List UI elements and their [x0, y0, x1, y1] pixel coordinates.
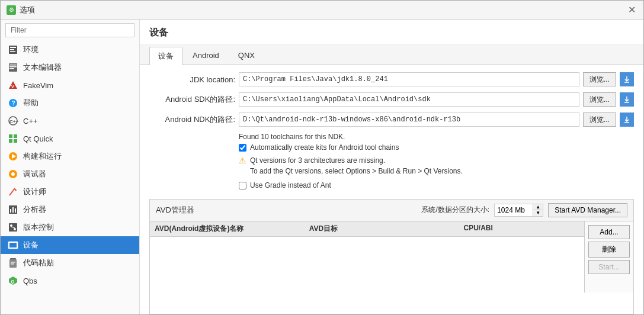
title-left: ⚙ 选项 — [7, 5, 35, 15]
sidebar-label-debugger: 调试器 — [23, 169, 46, 179]
warning-text: Qt versions for 3 architectures are miss… — [250, 155, 463, 176]
sidebar-item-text-editor[interactable]: 文本编辑器 — [1, 59, 139, 76]
sidebar-label-code-paste: 代码粘贴 — [23, 258, 54, 268]
filter-input[interactable] — [5, 23, 134, 37]
spinbox-up-button[interactable]: ▲ — [533, 204, 543, 211]
avd-delete-button[interactable]: 删除 — [588, 242, 630, 258]
sidebar-item-code-paste[interactable]: 代码粘贴 — [1, 254, 139, 272]
svg-rect-6 — [9, 66, 17, 68]
svg-point-29 — [10, 224, 12, 227]
avd-table-outer: AVD(Android虚拟设备)名称 AVD目标 CPU/ABI Add... … — [150, 221, 633, 292]
svg-rect-36 — [11, 262, 15, 263]
sdk-input[interactable] — [239, 92, 579, 107]
col-header-cpu: CPU/ABI — [463, 224, 579, 234]
sidebar-label-text-editor: 文本编辑器 — [23, 62, 62, 73]
sdk-download-button[interactable] — [620, 92, 634, 107]
qbs-icon: Q — [8, 275, 18, 286]
sidebar-item-devices[interactable]: 设备 — [1, 236, 139, 254]
version-control-icon — [8, 222, 18, 233]
svg-rect-5 — [9, 65, 17, 66]
sdk-browse-button[interactable]: 浏览... — [583, 92, 616, 107]
app-icon: ⚙ — [7, 5, 16, 15]
sidebar-item-environment[interactable]: 环境 — [1, 41, 139, 59]
partition-spinbox: ▲ ▼ — [494, 204, 543, 217]
sidebar-item-fakevim[interactable]: V FakeVim — [1, 76, 139, 94]
avd-toolbar: AVD管理器 系统/数据分区的大小: ▲ ▼ Start AVD Manager… — [150, 200, 633, 221]
gradle-label: Use Gradle instead of Ant — [250, 181, 331, 189]
help-icon: ? — [8, 98, 18, 108]
svg-text:Q: Q — [11, 279, 15, 284]
partition-input[interactable] — [494, 204, 533, 217]
sidebar-item-cpp[interactable]: C++ C++ — [1, 112, 139, 130]
col-header-target: AVD目标 — [309, 224, 464, 234]
panel-title: 设备 — [140, 20, 643, 44]
sidebar-label-fakevim: FakeVim — [23, 81, 53, 90]
svg-rect-17 — [14, 139, 17, 143]
warning-icon: ⚠ — [239, 156, 246, 165]
gradle-checkbox[interactable] — [239, 182, 246, 189]
svg-rect-15 — [14, 134, 17, 138]
auto-create-checkbox[interactable] — [239, 144, 246, 152]
sidebar-item-debugger[interactable]: 调试器 — [1, 165, 139, 183]
sidebar-item-analyzer[interactable]: 分析器 — [1, 201, 139, 218]
sidebar-label-environment: 环境 — [23, 44, 39, 55]
sidebar-item-build-run[interactable]: 构建和运行 — [1, 147, 139, 165]
ndk-input[interactable] — [239, 112, 579, 127]
svg-point-30 — [14, 228, 16, 230]
sidebar: 环境 文本编辑器 V FakeVim ? 帮助 — [1, 20, 140, 314]
jdk-label: JDK location: — [149, 75, 235, 84]
jdk-browse-button[interactable]: 浏览... — [583, 72, 616, 86]
warning-line1: Qt versions for 3 architectures are miss… — [250, 156, 385, 165]
ndk-download-button[interactable] — [620, 112, 634, 127]
col-header-name: AVD(Android虚拟设备)名称 — [155, 224, 309, 234]
sidebar-item-qbs[interactable]: Q Qbs — [1, 272, 139, 290]
fakevim-icon: V — [8, 80, 18, 91]
avd-start-button[interactable]: Start... — [588, 260, 630, 274]
designer-icon — [8, 187, 18, 197]
code-paste-icon — [8, 258, 18, 268]
sidebar-item-designer[interactable]: 设计师 — [1, 183, 139, 201]
sidebar-label-qt-quick: Qt Quick — [23, 134, 53, 143]
svg-text:?: ? — [12, 100, 15, 107]
jdk-download-button[interactable] — [620, 72, 634, 86]
svg-rect-25 — [10, 209, 11, 213]
auto-create-row: Automatically create kits for Android to… — [239, 143, 634, 152]
toolchain-info-text: Found 10 toolchains for this NDK. — [239, 133, 634, 141]
sidebar-item-help[interactable]: ? 帮助 — [1, 94, 139, 112]
devices-icon — [8, 240, 18, 250]
ndk-browse-button[interactable]: 浏览... — [583, 112, 616, 127]
partition-label: 系统/数据分区的大小: — [421, 205, 489, 215]
svg-rect-3 — [10, 51, 15, 52]
svg-rect-16 — [9, 139, 12, 143]
jdk-input[interactable] — [239, 72, 579, 86]
title-bar: ⚙ 选项 ✕ — [1, 1, 643, 20]
svg-rect-26 — [12, 207, 14, 213]
content-area: 环境 文本编辑器 V FakeVim ? 帮助 — [1, 20, 643, 314]
avd-col-headers: AVD(Android虚拟设备)名称 AVD目标 CPU/ABI — [150, 221, 584, 237]
close-button[interactable]: ✕ — [626, 4, 637, 16]
sidebar-label-version-control: 版本控制 — [23, 222, 54, 233]
svg-rect-1 — [10, 47, 16, 48]
svg-rect-14 — [9, 134, 12, 138]
build-run-icon — [8, 151, 18, 162]
sdk-row: Android SDK的路径: 浏览... — [149, 92, 634, 107]
svg-rect-37 — [11, 263, 14, 265]
warning-line2: To add the Qt versions, select Options >… — [250, 167, 463, 175]
auto-create-label: Automatically create kits for Android to… — [250, 143, 399, 152]
environment-icon — [8, 44, 18, 55]
start-avd-button[interactable]: Start AVD Manager... — [548, 203, 627, 217]
window-title: 选项 — [20, 5, 35, 15]
sidebar-item-version-control[interactable]: 版本控制 — [1, 218, 139, 236]
sidebar-label-build-run: 构建和运行 — [23, 151, 62, 162]
avd-add-button[interactable]: Add... — [588, 225, 630, 239]
sidebar-item-qt-quick[interactable]: Qt Quick — [1, 130, 139, 147]
ndk-row: Android NDK的路径: 浏览... — [149, 112, 634, 127]
tab-android[interactable]: Android — [184, 47, 228, 65]
tab-qnx[interactable]: QNX — [229, 47, 264, 65]
ndk-label: Android NDK的路径: — [149, 114, 235, 125]
tab-devices[interactable]: 设备 — [149, 47, 182, 65]
spinbox-down-button[interactable]: ▼ — [533, 210, 543, 216]
sidebar-label-designer: 设计师 — [23, 187, 46, 197]
main-panel: 设备 设备 Android QNX JDK location: 浏览... — [140, 20, 643, 314]
warning-row: ⚠ Qt versions for 3 architectures are mi… — [239, 155, 634, 176]
